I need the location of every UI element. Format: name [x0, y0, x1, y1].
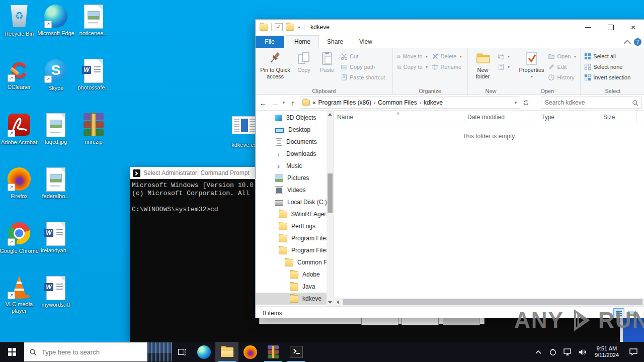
column-header-size[interactable]: Size	[600, 113, 637, 122]
back-button[interactable]: ←	[259, 99, 268, 107]
qat-new-folder-icon[interactable]	[286, 24, 294, 31]
scroll-down-arrow[interactable]	[328, 301, 332, 304]
sidebar-item-common-files[interactable]: Common Fi	[256, 256, 327, 268]
breadcrumb-item[interactable]: Common Files	[378, 99, 417, 106]
desktop-icon-recycle-bin[interactable]: Recycle Bin	[0, 4, 40, 37]
rename-button[interactable]: Rename	[430, 62, 465, 72]
taskbar-item-explorer[interactable]	[215, 342, 238, 362]
taskbar-search-input[interactable]	[41, 348, 147, 356]
sidebar-item-adobe[interactable]: Adobe	[256, 268, 327, 281]
column-header-name[interactable]: ∧ Name	[334, 113, 464, 122]
explorer-search-box[interactable]	[541, 97, 641, 109]
start-button[interactable]	[0, 342, 24, 362]
taskbar-item-firefox[interactable]	[238, 342, 262, 362]
tab-home[interactable]: Home	[286, 35, 319, 48]
copy-path-button[interactable]: Copy path	[339, 62, 386, 72]
desktop-icon-photossafe[interactable]: W photossafe...	[72, 58, 115, 91]
up-button[interactable]: ↑	[288, 99, 297, 107]
desktop-icon-ccleaner[interactable]: C CCleaner	[0, 58, 40, 90]
column-header-date-modified[interactable]: Date modified	[464, 113, 538, 122]
paste-button[interactable]: Paste	[315, 50, 339, 74]
new-item-button[interactable]: ▼	[496, 51, 512, 61]
tray-app-icon[interactable]	[547, 342, 558, 362]
sidebar-item-videos[interactable]: Videos	[256, 184, 327, 196]
address-dropdown-caret[interactable]: ▼	[514, 101, 518, 105]
desktop-icon-vlc[interactable]: VLC media player	[0, 276, 40, 314]
qat-customize-caret[interactable]: ▼	[297, 26, 301, 29]
move-to-button[interactable]: Move to▼	[395, 51, 430, 61]
action-center-button[interactable]	[626, 342, 641, 362]
desktop-icon-federalho[interactable]: federalho...	[35, 167, 77, 200]
column-header-type[interactable]: Type	[538, 113, 600, 122]
sidebar-item-local-disk-c[interactable]: Local Disk (C:)	[256, 196, 327, 208]
desktop-icon-chrome[interactable]: Google Chrome	[0, 221, 40, 254]
tab-share[interactable]: Share	[319, 36, 351, 48]
sidebar-item-desktop[interactable]: Desktop	[256, 124, 327, 136]
properties-button[interactable]: Properties ▼	[516, 50, 546, 80]
maximize-button[interactable]	[599, 20, 622, 35]
copy-to-button[interactable]: Copy to▼	[395, 62, 430, 72]
sidebar-item-music[interactable]: ♪Music	[256, 160, 327, 172]
sidebar-item-perflogs[interactable]: PerfLogs	[256, 220, 327, 232]
help-icon[interactable]: ?	[634, 38, 641, 46]
desktop-icon-skype[interactable]: S Skype	[35, 58, 77, 92]
sidebar-item-documents[interactable]: Documents	[256, 136, 327, 148]
sidebar-item-java[interactable]: Java	[256, 281, 327, 293]
cut-button[interactable]: Cut	[339, 51, 386, 61]
minimize-button[interactable]	[577, 20, 599, 35]
file-list[interactable]: ∧ Name Date modified Type Size This fold…	[334, 111, 644, 306]
pin-to-quick-access-button[interactable]: Pin to Quick access	[258, 50, 293, 80]
select-all-button[interactable]: Select all	[583, 51, 632, 61]
taskbar-item-edge[interactable]	[192, 342, 215, 362]
breadcrumb-overflow[interactable]: «	[312, 99, 316, 106]
collapse-ribbon-icon[interactable]	[624, 39, 631, 46]
breadcrumb-item[interactable]: Program Files (x86)	[318, 99, 371, 106]
desktop-icon-adobe-acrobat[interactable]: Adobe Acrobat	[0, 113, 40, 146]
tab-file[interactable]: File	[256, 36, 284, 48]
qat-properties-icon[interactable]: ✓	[275, 23, 283, 31]
scrollbar-thumb[interactable]	[328, 173, 333, 213]
scroll-up-arrow[interactable]	[328, 113, 332, 116]
forward-button[interactable]: →	[270, 99, 279, 107]
scroll-left-arrow[interactable]	[337, 300, 339, 304]
recent-locations-caret[interactable]: ▼	[282, 101, 286, 105]
delete-button[interactable]: Delete▼	[430, 51, 465, 61]
desktop-icon-firefox[interactable]: Firefox	[0, 167, 40, 200]
close-button[interactable]: ×	[622, 20, 644, 35]
tray-volume-icon[interactable]	[577, 342, 588, 362]
sidebar-item-program-files[interactable]: Program Files	[256, 232, 327, 244]
explorer-search-input[interactable]	[544, 99, 632, 107]
tab-view[interactable]: View	[351, 36, 380, 48]
taskbar-item-winrar[interactable]	[262, 342, 285, 362]
desktop-icon-irelandyah[interactable]: W irelandyah...	[35, 221, 77, 254]
sidebar-item-pictures[interactable]: Pictures	[256, 172, 327, 184]
address-field[interactable]: « Program Files (x86) › Common Files › k…	[300, 97, 520, 109]
sidebar-item-winreagent[interactable]: $WinREAgent	[256, 208, 327, 220]
easy-access-button[interactable]: ▼	[496, 62, 512, 72]
taskbar-item-cmd[interactable]	[285, 342, 308, 362]
invert-selection-button[interactable]: Invert selection	[583, 72, 632, 82]
refresh-icon[interactable]	[523, 100, 532, 106]
search-highlight-image[interactable]	[147, 342, 172, 361]
explorer-window[interactable]: ✓ ▼ kdkeve × File Home Share View ?	[255, 19, 644, 318]
copy-button[interactable]: Copy	[293, 50, 315, 74]
edit-button[interactable]: Edit	[546, 62, 578, 72]
explorer-titlebar[interactable]: ✓ ▼ kdkeve ×	[256, 20, 644, 35]
paste-shortcut-button[interactable]: Paste shortcut	[339, 72, 386, 82]
task-view-button[interactable]	[172, 342, 192, 362]
sidebar-item-program-files-x86[interactable]: Program Files	[256, 244, 327, 256]
desktop-icon-nnn-zip[interactable]: nnn.zip	[72, 113, 115, 145]
sidebar-item-3d-objects[interactable]: 3D Objects	[256, 112, 327, 124]
sidebar-item-kdkeve[interactable]: kdkeve	[256, 293, 327, 305]
taskbar-search-box[interactable]	[24, 342, 172, 361]
desktop-icon-edge[interactable]: Microsoft Edge	[35, 4, 77, 37]
open-button[interactable]: Open▼	[546, 51, 578, 61]
desktop-icon-noticenee[interactable]: noticenee...	[72, 4, 115, 37]
desktop-icon-faqcd[interactable]: faqcd.jpg	[35, 113, 77, 145]
select-none-button[interactable]: Select none	[583, 62, 632, 72]
sidebar-item-downloads[interactable]: ↓Downloads	[256, 148, 327, 160]
tray-network-icon[interactable]	[562, 342, 573, 362]
tray-show-hidden-icons[interactable]	[533, 342, 544, 362]
history-button[interactable]: History	[546, 72, 578, 82]
breadcrumb-item[interactable]: kdkeve	[424, 99, 443, 106]
